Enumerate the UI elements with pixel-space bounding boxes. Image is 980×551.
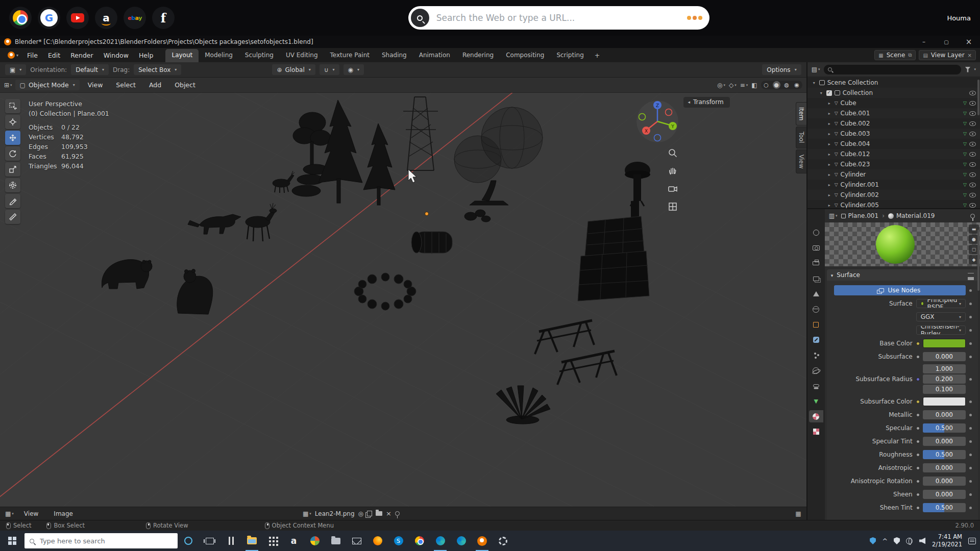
- ebay-shortcut[interactable]: ebay: [124, 7, 146, 29]
- scene-object-water-tower[interactable]: [625, 162, 650, 206]
- menu-window[interactable]: Window: [99, 50, 134, 61]
- surface-section-header[interactable]: Surface: [827, 269, 978, 281]
- workspace-tab-compositing[interactable]: Compositing: [500, 49, 550, 62]
- editor-type-button[interactable]: ⊞: [4, 82, 12, 89]
- scene-object-wolf[interactable]: [188, 214, 241, 234]
- cursor-tool[interactable]: [5, 115, 20, 129]
- viewport-menu-add[interactable]: Add: [144, 80, 166, 90]
- taskbar-skype[interactable]: S: [388, 531, 409, 551]
- options-dropdown[interactable]: Options: [762, 64, 801, 75]
- fake-user-toggle[interactable]: ◎: [358, 510, 363, 517]
- annotate-tool[interactable]: [5, 194, 20, 208]
- workspace-tab-shading[interactable]: Shading: [376, 49, 413, 62]
- workspace-tab-rendering[interactable]: Rendering: [456, 49, 500, 62]
- properties-tab-particles[interactable]: [809, 349, 823, 361]
- roughness-slider[interactable]: 0.500: [923, 450, 966, 459]
- properties-tab-scene[interactable]: [809, 288, 823, 300]
- outliner-row-cube004[interactable]: ▸▽Cube.004▽: [807, 139, 980, 149]
- properties-tab-object[interactable]: [809, 318, 823, 331]
- drag-dropdown[interactable]: Select Box: [134, 64, 181, 75]
- pan-hand-button[interactable]: [668, 166, 678, 178]
- network-icon[interactable]: [906, 538, 913, 544]
- defender-icon[interactable]: [894, 537, 900, 544]
- transform-pivot-dropdown[interactable]: ⊕Global: [272, 64, 315, 75]
- new-image-icon[interactable]: [367, 511, 372, 516]
- outliner-row-cube[interactable]: ▸▽Cube▽: [807, 98, 980, 108]
- properties-tab-object-data[interactable]: ▼: [809, 395, 823, 407]
- properties-scrollbar[interactable]: [977, 230, 979, 291]
- orientation-dropdown[interactable]: Default: [71, 64, 109, 75]
- workspace-tab-uv-editing[interactable]: UV Editing: [280, 49, 324, 62]
- distribution-dropdown[interactable]: GGX: [916, 312, 966, 321]
- outliner-row-cylinder[interactable]: ▸▽Cylinder▽: [807, 169, 980, 180]
- section-menu-icon[interactable]: [968, 273, 974, 277]
- shading-wireframe-button[interactable]: ○: [763, 81, 770, 89]
- anisotropic-rotation-slider[interactable]: 0.000: [923, 477, 966, 486]
- image-name[interactable]: Lean2-M.png: [315, 510, 355, 517]
- move-tool[interactable]: [5, 131, 20, 145]
- transform-tool[interactable]: [5, 178, 20, 192]
- base-color-swatch[interactable]: [923, 339, 966, 348]
- youtube-shortcut[interactable]: [66, 7, 89, 29]
- taskbar-store[interactable]: [262, 531, 283, 551]
- image-menu-image[interactable]: Image: [48, 509, 78, 519]
- visibility-eye-icon[interactable]: [969, 172, 976, 177]
- taskbar-app-pinned[interactable]: [220, 531, 241, 551]
- workspace-tab-layout[interactable]: Layout: [165, 49, 199, 62]
- add-workspace-button[interactable]: +: [590, 49, 604, 62]
- outliner-row-cube002[interactable]: ▸▽Cube.002▽: [807, 118, 980, 129]
- workspace-tab-sculpting[interactable]: Sculpting: [239, 49, 280, 62]
- properties-tab-constraints[interactable]: [809, 380, 823, 392]
- scene-object-deer[interactable]: [246, 203, 277, 241]
- web-search-input[interactable]: [435, 12, 687, 23]
- pin-icon[interactable]: [970, 214, 975, 218]
- taskbar-mail[interactable]: [346, 531, 367, 551]
- visibility-eye-icon[interactable]: [969, 193, 976, 197]
- properties-tab-render[interactable]: [809, 242, 823, 254]
- sheen-slider[interactable]: 0.000: [923, 490, 966, 499]
- radius-x-field[interactable]: 1.000: [923, 364, 966, 373]
- scene-object-bear-sitting[interactable]: [177, 269, 213, 315]
- properties-tab-physics[interactable]: [809, 364, 823, 377]
- outliner-row-cube012[interactable]: ▸▽Cube.012▽: [807, 149, 980, 159]
- material-preview[interactable]: ▬ ● ▢ ◆: [825, 222, 980, 266]
- subsurface-method-dropdown[interactable]: Christensen-Burley: [916, 325, 966, 335]
- web-search-bar[interactable]: [408, 6, 709, 30]
- rotate-tool[interactable]: [5, 146, 20, 161]
- outliner-row-cube003[interactable]: ▸▽Cube.003▽: [807, 129, 980, 139]
- zoom-button[interactable]: [668, 148, 678, 160]
- menu-help[interactable]: Help: [134, 50, 159, 61]
- outliner-type-button[interactable]: ▤: [812, 66, 820, 73]
- browse-image-icon[interactable]: ▦: [303, 510, 311, 517]
- scene-object-stone-ring[interactable]: [354, 273, 416, 310]
- scene-object-log[interactable]: [411, 232, 452, 254]
- outliner-row-cube001[interactable]: ▸▽Cube.001▽: [807, 108, 980, 118]
- proportional-edit-dropdown[interactable]: ◉: [344, 64, 364, 75]
- visibility-eye-icon[interactable]: [969, 203, 976, 208]
- taskbar-search-input[interactable]: [39, 537, 173, 545]
- image-strip-corner-icon[interactable]: ▦: [795, 510, 801, 517]
- properties-tab-tool[interactable]: [809, 227, 823, 239]
- gizmos-toggle[interactable]: ◇: [729, 82, 737, 89]
- specular-tint-slider[interactable]: 0.000: [923, 437, 966, 446]
- ortho-grid-button[interactable]: [668, 202, 678, 214]
- subsurface-color-swatch[interactable]: [923, 397, 966, 406]
- view-layer-selector[interactable]: ▤View Layer×: [919, 50, 976, 60]
- radius-y-field[interactable]: 0.200: [923, 374, 966, 384]
- outliner-row-cube023[interactable]: ▸▽Cube.023▽: [807, 159, 980, 169]
- collection-checkbox[interactable]: [826, 90, 832, 96]
- scene-object-deer-small[interactable]: [273, 171, 295, 193]
- use-nodes-button[interactable]: Use Nodes: [834, 285, 966, 295]
- visibility-eye-icon[interactable]: [969, 121, 976, 126]
- viewport-menu-select[interactable]: Select: [111, 80, 141, 90]
- sidebar-tab-tool[interactable]: Tool: [796, 127, 806, 148]
- scene-object-wireframe-tree[interactable]: [454, 107, 543, 205]
- mode-dropdown[interactable]: ▢Object Mode: [15, 80, 80, 90]
- start-button[interactable]: [0, 531, 24, 551]
- surface-shader-dropdown[interactable]: Principled BSDF: [916, 299, 966, 308]
- menu-edit[interactable]: Edit: [43, 50, 65, 61]
- workspace-tab-texture-paint[interactable]: Texture Paint: [324, 49, 376, 62]
- filter-icon[interactable]: [965, 67, 970, 72]
- taskbar-search[interactable]: [24, 533, 178, 548]
- visibility-eye-icon[interactable]: [969, 101, 976, 106]
